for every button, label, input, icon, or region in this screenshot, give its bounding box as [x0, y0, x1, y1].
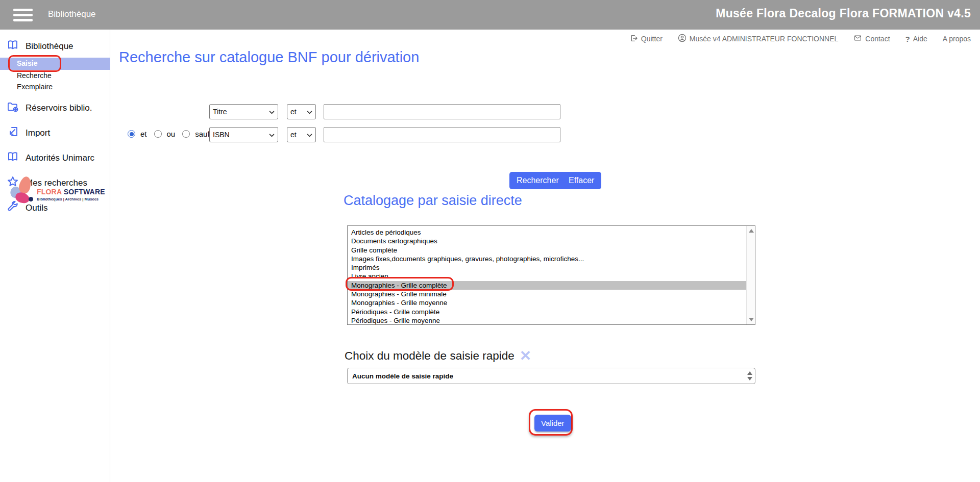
search-operator-select-2[interactable]: et	[287, 127, 316, 142]
sidebar-item-bibliotheque[interactable]: Bibliothèque	[0, 36, 110, 57]
list-item-selected[interactable]: Monographies - Grille complète	[348, 281, 746, 290]
list-item[interactable]: Périodiques - Grille moyenne	[348, 316, 746, 324]
logo-tagline: Bibliothèques | Archives | Musées	[37, 197, 99, 201]
list-item[interactable]: Livre ancien	[348, 272, 746, 281]
utility-bar: Quitter Musée v4 ADMINISTRATEUR FONCTION…	[630, 34, 971, 44]
radio-ou[interactable]	[154, 130, 162, 138]
help-link[interactable]: ? Aide	[905, 35, 927, 43]
logo-dot	[29, 197, 33, 201]
search-field-select-2[interactable]: ISBN	[209, 127, 278, 142]
mail-icon	[853, 34, 862, 43]
about-link[interactable]: A propos	[943, 35, 971, 43]
flora-software-logo: FLORA SOFTWARE Bibliothèques | Archives …	[4, 176, 106, 208]
topbar-module-label: Bibliothèque	[48, 9, 96, 19]
rechercher-button[interactable]: Rechercher	[509, 172, 566, 189]
catalog-grid-listbox: Articles de périodiques Documents cartog…	[347, 225, 755, 325]
chevron-down-icon	[307, 131, 312, 139]
select-spinner	[745, 369, 754, 383]
search-input-1[interactable]	[324, 104, 560, 119]
exit-icon	[630, 34, 638, 44]
list-item[interactable]: Monographies - Grille minimale	[348, 290, 746, 298]
folder-globe-icon	[6, 100, 19, 115]
selected-model-value: Aucun modèle de saisie rapide	[352, 372, 453, 380]
sidebar-item-autorites[interactable]: Autorités Unimarc	[0, 147, 110, 168]
sidebar: Bibliothèque Saisie Recherche Exemplaire…	[0, 30, 110, 482]
chevron-down-icon	[269, 131, 275, 139]
logo-wordmark: FLORA SOFTWARE	[37, 188, 105, 196]
sidebar-subitem-recherche[interactable]: Recherche	[0, 70, 110, 81]
boolean-radio-group: et ou sauf	[128, 130, 212, 138]
quit-link[interactable]: Quitter	[630, 34, 663, 44]
effacer-button[interactable]: Effacer	[561, 172, 601, 189]
sidebar-item-reservoirs[interactable]: Réservoirs biblio.	[0, 97, 110, 118]
spin-up-icon[interactable]	[747, 371, 752, 375]
radio-et[interactable]	[128, 130, 135, 138]
catalog-section-title: Catalogage par saisie directe	[344, 193, 522, 209]
listbox-options: Articles de périodiques Documents cartog…	[348, 226, 746, 324]
user-icon	[678, 34, 687, 44]
radio-sauf[interactable]	[182, 130, 190, 138]
x-icon[interactable]: ✕	[520, 349, 531, 363]
sidebar-item-label: Autorités Unimarc	[26, 153, 94, 163]
question-icon: ?	[905, 35, 910, 43]
scroll-down-icon[interactable]	[749, 318, 754, 321]
search-operator-select-1[interactable]: et	[287, 104, 316, 119]
quick-entry-model-select[interactable]: Aucun modèle de saisie rapide	[347, 368, 755, 384]
top-bar: Bibliothèque Musée Flora Decalog Flora F…	[0, 0, 980, 30]
hamburger-menu-icon[interactable]	[13, 9, 33, 21]
list-item[interactable]: Imprimés	[348, 263, 746, 272]
application-window: Bibliothèque Musée Flora Decalog Flora F…	[0, 0, 980, 482]
sidebar-item-label: Import	[26, 128, 50, 138]
list-item[interactable]: Articles de périodiques	[348, 228, 746, 237]
sidebar-subitem-saisie[interactable]: Saisie	[0, 58, 110, 70]
user-account-link[interactable]: Musée v4 ADMINISTRATEUR FONCTIONNEL	[678, 34, 838, 44]
annotation-box-valider: Valider	[529, 409, 573, 436]
search-input-2[interactable]	[324, 127, 560, 142]
app-title: Musée Flora Decalog Flora FORMATION v4.5	[716, 7, 971, 20]
book-icon	[6, 150, 19, 165]
search-field-select-1[interactable]: Titre	[209, 104, 278, 119]
import-icon	[6, 125, 19, 140]
sidebar-item-label: Réservoirs biblio.	[26, 103, 92, 113]
model-section-title: Choix du modèle de saisie rapide ✕	[345, 349, 531, 363]
sidebar-item-import[interactable]: Import	[0, 122, 110, 143]
list-item[interactable]: Documents cartographiques	[348, 237, 746, 245]
chevron-down-icon	[269, 108, 275, 116]
spin-down-icon[interactable]	[747, 377, 752, 380]
list-item[interactable]: Périodiques - Grille complète	[348, 308, 746, 316]
book-icon	[6, 39, 19, 54]
listbox-scrollbar[interactable]	[746, 226, 755, 324]
page-title: Recherche sur catalogue BNF pour dérivat…	[119, 49, 419, 66]
contact-link[interactable]: Contact	[853, 34, 890, 43]
list-item[interactable]: Grille complète	[348, 246, 746, 255]
valider-button[interactable]: Valider	[534, 415, 571, 432]
sidebar-subitem-exemplaire[interactable]: Exemplaire	[0, 81, 110, 92]
scroll-up-icon[interactable]	[749, 229, 754, 233]
sidebar-item-label: Bibliothèque	[26, 41, 74, 52]
list-item[interactable]: Images fixes,documents graphiques, gravu…	[348, 255, 746, 263]
list-item[interactable]: Monographies - Grille moyenne	[348, 298, 746, 307]
chevron-down-icon	[307, 108, 312, 116]
